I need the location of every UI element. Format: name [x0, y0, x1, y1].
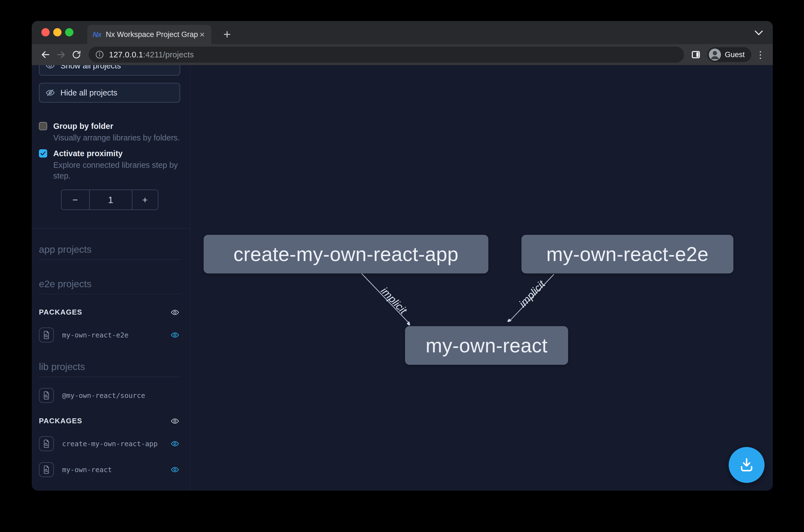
- browser-tab[interactable]: Nx Nx Workspace Project Graph ×: [87, 25, 211, 44]
- visibility-eye-icon[interactable]: [170, 466, 180, 474]
- stepper-decrement-button[interactable]: −: [61, 190, 89, 209]
- group-by-folder-label[interactable]: Group by folder: [53, 121, 180, 131]
- menu-kebab-icon[interactable]: ⋮: [754, 47, 767, 62]
- graph-edges: implicit implicit: [190, 65, 773, 491]
- project-label: create-my-own-react-app: [62, 440, 161, 448]
- window-minimize-button[interactable]: [53, 28, 61, 36]
- browser-window: Nx Nx Workspace Project Graph × + 127.0.…: [32, 21, 773, 491]
- url-path: :4211/projects: [143, 50, 194, 59]
- profile-name: Guest: [725, 51, 745, 59]
- project-label: my-own-react: [62, 466, 161, 474]
- proximity-depth-stepper: − 1 +: [61, 190, 158, 210]
- edge-label-implicit[interactable]: implicit: [379, 285, 409, 317]
- project-item-create-my-own-react-app[interactable]: create-my-own-react-app: [39, 436, 180, 451]
- app-content: Show all projects Hide all projects Grou…: [32, 65, 773, 491]
- tab-title: Nx Workspace Project Graph: [106, 30, 198, 39]
- group-by-folder-option: Group by folder Visually arrange librari…: [39, 121, 180, 143]
- tab-search-chevron-icon[interactable]: [754, 30, 763, 35]
- download-icon: [738, 456, 755, 474]
- tab-close-icon[interactable]: ×: [198, 30, 206, 39]
- stepper-increment-button[interactable]: +: [132, 190, 158, 209]
- hide-all-projects-label: Hide all projects: [60, 88, 117, 97]
- e2e-projects-heading: e2e projects: [39, 279, 180, 294]
- show-all-projects-button[interactable]: Show all projects: [39, 65, 180, 76]
- packages-header-2: PACKAGES: [39, 417, 180, 425]
- forward-icon[interactable]: [53, 47, 69, 62]
- visibility-eye-icon[interactable]: [170, 440, 180, 448]
- avatar-icon: [709, 49, 721, 61]
- group-by-folder-description: Visually arrange libraries by folders.: [53, 132, 180, 143]
- new-tab-button[interactable]: +: [219, 26, 235, 42]
- file-search-icon[interactable]: [39, 388, 54, 403]
- url-text: 127.0.0.1:4211/projects: [109, 50, 194, 59]
- activate-proximity-description: Explore connected libraries step by step…: [53, 160, 180, 181]
- stepper-value[interactable]: 1: [89, 190, 132, 209]
- file-search-icon[interactable]: [39, 462, 54, 477]
- packages-header-1: PACKAGES: [39, 308, 180, 317]
- activate-proximity-option: Activate proximity Explore connected lib…: [39, 148, 180, 181]
- activate-proximity-checkbox[interactable]: [39, 149, 47, 157]
- edge-label-implicit[interactable]: implicit: [517, 278, 548, 309]
- activate-proximity-label[interactable]: Activate proximity: [53, 148, 180, 159]
- packages-header-1-label: PACKAGES: [39, 308, 82, 317]
- window-close-button[interactable]: [41, 28, 50, 36]
- side-panel-icon[interactable]: [688, 47, 703, 62]
- lib-projects-heading: lib projects: [39, 361, 180, 377]
- hide-all-projects-button[interactable]: Hide all projects: [39, 83, 180, 103]
- profile-button[interactable]: Guest: [707, 47, 751, 62]
- eye-icon: [45, 65, 55, 70]
- file-search-icon[interactable]: [39, 436, 54, 451]
- url-host: 127.0.0.1: [109, 50, 143, 59]
- app-projects-heading: app projects: [39, 244, 180, 260]
- site-info-icon[interactable]: [95, 50, 104, 59]
- graph-node-create-my-own-react-app[interactable]: create-my-own-react-app: [204, 235, 489, 273]
- back-icon[interactable]: [38, 47, 53, 62]
- tab-strip: Nx Nx Workspace Project Graph × +: [32, 21, 773, 44]
- group-by-folder-checkbox[interactable]: [39, 122, 47, 130]
- eye-off-icon: [45, 88, 55, 97]
- visibility-eye-icon[interactable]: [170, 331, 180, 339]
- browser-toolbar: 127.0.0.1:4211/projects Guest ⋮: [32, 44, 773, 65]
- packages-1-eye-icon[interactable]: [170, 308, 180, 317]
- graph-node-my-own-react[interactable]: my-own-react: [405, 326, 568, 365]
- window-zoom-button[interactable]: [65, 28, 73, 36]
- sidebar: Show all projects Hide all projects Grou…: [32, 65, 190, 491]
- download-image-button[interactable]: [729, 447, 765, 483]
- project-label: my-own-react-e2e: [62, 331, 161, 339]
- packages-2-eye-icon[interactable]: [170, 417, 180, 425]
- project-label: @my-own-react/source: [62, 392, 180, 400]
- project-item-my-own-react-source[interactable]: @my-own-react/source: [39, 388, 180, 403]
- nx-favicon-icon: Nx: [93, 30, 101, 39]
- project-item-my-own-react-e2e[interactable]: my-own-react-e2e: [39, 327, 180, 342]
- graph-canvas[interactable]: implicit implicit create-my-own-react-ap…: [190, 65, 773, 491]
- file-search-icon[interactable]: [39, 327, 54, 342]
- packages-header-2-label: PACKAGES: [39, 417, 82, 425]
- show-all-projects-label: Show all projects: [60, 65, 121, 70]
- reload-icon[interactable]: [69, 47, 84, 62]
- graph-node-my-own-react-e2e[interactable]: my-own-react-e2e: [521, 235, 733, 273]
- project-item-my-own-react[interactable]: my-own-react: [39, 462, 180, 477]
- address-bar[interactable]: 127.0.0.1:4211/projects: [89, 46, 684, 63]
